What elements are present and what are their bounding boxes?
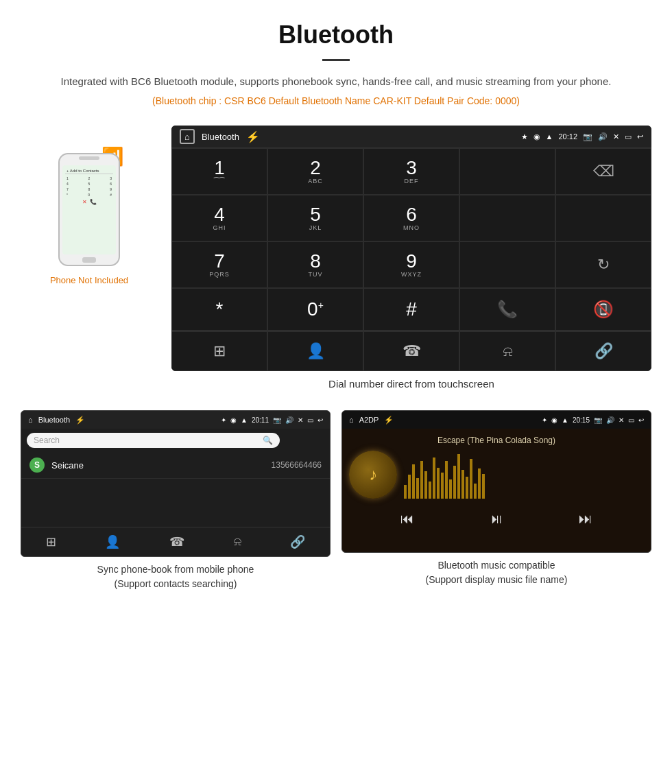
vis-bar-2 — [408, 475, 411, 499]
key-3-num: 3 — [406, 158, 417, 178]
key-5[interactable]: 5 JKL — [267, 195, 363, 241]
call-end-button[interactable]: 📵 — [555, 288, 651, 331]
play-pause-button[interactable]: ⏯ — [490, 511, 503, 527]
pb-bt-icon2[interactable]: ⍾ — [234, 534, 241, 549]
key-hash[interactable]: # — [363, 288, 459, 331]
key-0-num: 0+ — [307, 300, 324, 319]
music-screen: ⌂ A2DP ⚡ ✦ ◉ ▲ 20:15 📷 🔊 ✕ ▭ ↩ E — [341, 410, 651, 553]
pb-win-icon[interactable]: ▭ — [307, 416, 313, 424]
back-icon[interactable]: ↩ — [637, 132, 643, 141]
close-icon[interactable]: ✕ — [613, 132, 619, 141]
pb-cam-icon: 📷 — [273, 416, 281, 424]
camera-icon: 📷 — [583, 132, 592, 141]
phone-body: + Add to Contacts 123 456 789 *0# — [58, 153, 120, 266]
pb-search-row: Search 🔍 — [21, 429, 330, 452]
ms-win-icon[interactable]: ▭ — [628, 416, 634, 424]
phone-call-row: ✕ 📞 — [65, 199, 113, 205]
window-icon[interactable]: ▭ — [625, 132, 632, 141]
key-7-sub: PQRS — [209, 271, 230, 278]
backspace-button[interactable]: ⌫ — [555, 148, 651, 195]
phone-not-included-label: Phone Not Included — [50, 275, 128, 285]
vis-bar-19 — [478, 468, 481, 499]
vis-bar-4 — [416, 478, 419, 499]
pb-contact-phone: 13566664466 — [272, 460, 322, 470]
pb-contact-name: Seicane — [51, 460, 265, 471]
pb-x-icon[interactable]: ✕ — [298, 416, 303, 424]
key-4[interactable]: 4 GHI — [171, 195, 267, 241]
key-2[interactable]: 2 ABC — [267, 148, 363, 195]
key-8[interactable]: 8 TUV — [267, 241, 363, 288]
vis-bar-8 — [433, 458, 435, 499]
ms-cam-icon: 📷 — [594, 416, 602, 424]
phonebook-caption-line2: (Support contacts searching) — [115, 578, 237, 589]
phone-home-button — [82, 257, 96, 263]
key-0[interactable]: 0+ — [267, 288, 363, 331]
pb-search-icon: 🔍 — [263, 436, 273, 445]
ms-time: 20:15 — [573, 416, 590, 424]
key-9[interactable]: 9 WXYZ — [363, 241, 459, 288]
phone-notch — [79, 156, 99, 160]
phone-screen-content: + Add to Contacts 123 456 789 *0# — [62, 165, 116, 208]
music-block: ⌂ A2DP ⚡ ✦ ◉ ▲ 20:15 📷 🔊 ✕ ▭ ↩ E — [341, 410, 651, 591]
key-5-num: 5 — [310, 205, 321, 224]
phonebook-caption-line1: Sync phone-book from mobile phone — [97, 564, 254, 575]
dial-screen-wrapper: Bluetooth ⚡ ★ ◉ ▲ 20:12 📷 🔊 ✕ ▭ ↩ — [171, 126, 651, 403]
call-green-icon: 📞 — [497, 300, 518, 319]
vis-bar-3 — [412, 464, 415, 499]
phone-keypad-row2: 456 — [65, 181, 113, 187]
bottom-contacts-button[interactable]: 👤 — [267, 331, 363, 371]
pb-vol-icon: 🔊 — [285, 416, 293, 424]
music-note-icon: ♪ — [369, 465, 377, 484]
refresh-button[interactable]: ↻ — [555, 241, 651, 288]
vis-bar-20 — [482, 474, 485, 499]
key-8-num: 8 — [310, 252, 321, 271]
pb-grid-icon[interactable]: ⊞ — [46, 534, 56, 549]
next-track-button[interactable]: ⏭ — [579, 511, 592, 527]
vis-bar-15 — [461, 470, 464, 499]
pb-loc-icon: ◉ — [230, 416, 237, 424]
pb-back-icon[interactable]: ↩ — [317, 416, 323, 424]
pb-time: 20:11 — [252, 416, 269, 424]
pb-contact-row: S Seicane 13566664466 — [21, 452, 330, 479]
call-end-icon: 📵 — [593, 300, 614, 319]
bottom-bluetooth-button[interactable]: ⍾ — [459, 331, 555, 371]
bluetooth-bottom-icon: ⍾ — [503, 342, 512, 360]
key-star[interactable]: * — [171, 288, 267, 331]
grid-icon: ⊞ — [213, 342, 226, 360]
home-icon[interactable] — [180, 129, 195, 144]
phonebook-block: ⌂ Bluetooth ⚡ ✦ ◉ ▲ 20:11 📷 🔊 ✕ ▭ ↩ — [21, 410, 331, 591]
vis-bar-13 — [453, 466, 456, 499]
pb-status-bar: ⌂ Bluetooth ⚡ ✦ ◉ ▲ 20:11 📷 🔊 ✕ ▭ ↩ — [21, 411, 330, 429]
key-7[interactable]: 7 PQRS — [171, 241, 267, 288]
vis-bar-5 — [420, 461, 423, 499]
pb-link-icon[interactable]: 🔗 — [290, 534, 305, 549]
phone-screen: + Add to Contacts 123 456 789 *0# — [62, 165, 116, 254]
key-6[interactable]: 6 MNO — [363, 195, 459, 241]
pb-status-right: ✦ ◉ ▲ 20:11 📷 🔊 ✕ ▭ ↩ — [221, 416, 323, 424]
key-2-sub: ABC — [308, 178, 323, 185]
dial-app-name: Bluetooth — [202, 132, 239, 142]
vis-bar-9 — [437, 468, 440, 499]
music-caption: Bluetooth music compatible (Support disp… — [426, 558, 568, 587]
key-3[interactable]: 3 DEF — [363, 148, 459, 195]
vis-bar-11 — [445, 461, 448, 499]
pb-person-icon[interactable]: 👤 — [105, 534, 120, 549]
ms-home-icon: ⌂ — [349, 416, 354, 424]
dialpad-empty-2 — [459, 195, 555, 241]
call-green-button[interactable]: 📞 — [459, 288, 555, 331]
prev-track-button[interactable]: ⏮ — [400, 511, 414, 527]
ms-back-icon[interactable]: ↩ — [638, 416, 644, 424]
ms-x-icon[interactable]: ✕ — [619, 416, 624, 424]
bottom-link-button[interactable]: 🔗 — [555, 331, 651, 371]
vis-bar-18 — [474, 484, 477, 499]
ms-song-title: Escape (The Pina Colada Song) — [437, 436, 555, 445]
key-1[interactable]: 1 ⁀⁀ — [171, 148, 267, 195]
ms-status-left: ⌂ A2DP ⚡ — [349, 416, 394, 425]
bottom-grid-button[interactable]: ⊞ — [171, 331, 267, 371]
pb-phone-icon[interactable]: ☎ — [169, 534, 184, 549]
pb-search-box[interactable]: Search 🔍 — [27, 433, 280, 448]
header-description: Integrated with BC6 Bluetooth module, su… — [41, 73, 631, 90]
vis-bar-14 — [457, 454, 460, 499]
dialpad-empty-4 — [459, 241, 555, 288]
bottom-call-button[interactable]: ☎ — [363, 331, 459, 371]
